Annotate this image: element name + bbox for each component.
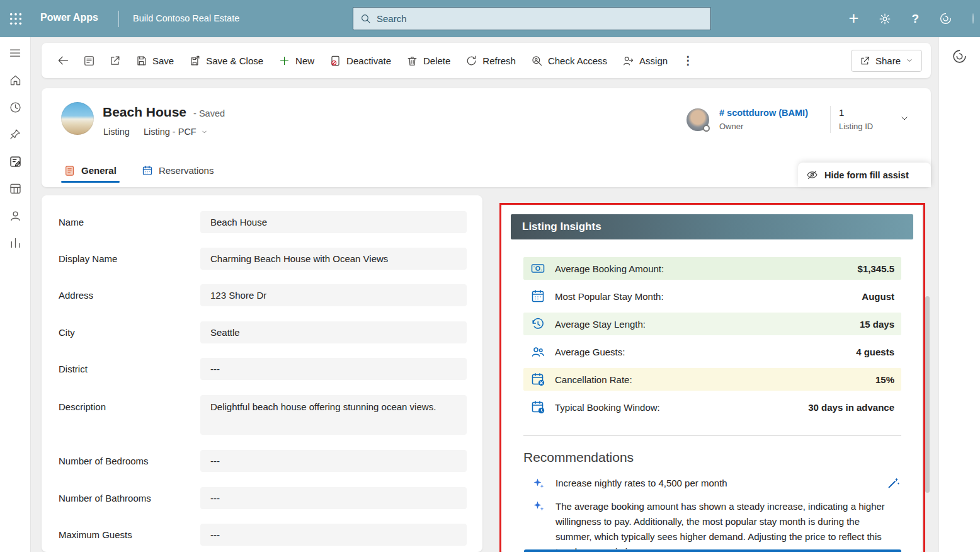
search-input[interactable] [377, 13, 704, 24]
check-access-button[interactable]: Check Access [524, 49, 614, 72]
insights-header: Listing Insights [511, 214, 913, 239]
assign-button[interactable]: Assign [615, 49, 675, 72]
form-selector[interactable]: Listing - PCF [144, 127, 208, 137]
header-divider [830, 106, 831, 133]
money-icon [530, 261, 545, 276]
metric-row-popular-month: Most Popular Stay Month: August [523, 285, 901, 308]
copilot-icon[interactable] [939, 12, 952, 25]
chevron-down-icon [201, 129, 208, 135]
tab-general[interactable]: General [64, 154, 117, 187]
deactivate-icon [329, 55, 341, 67]
deactivate-button[interactable]: Deactivate [322, 49, 398, 72]
display-name-label: Display Name [59, 253, 200, 264]
save-button[interactable]: Save [128, 49, 181, 72]
new-button[interactable]: New [271, 49, 321, 72]
metric-row-cancellation: Cancellation Rate: 15% [523, 368, 901, 391]
address-label: Address [59, 290, 200, 301]
app-launcher-waffle-icon[interactable] [0, 0, 31, 37]
gear-icon[interactable] [879, 13, 891, 25]
sparkle-icon [532, 477, 545, 490]
listing-id-label: Listing ID [839, 122, 873, 131]
global-search[interactable] [353, 7, 711, 30]
record-image[interactable] [61, 102, 94, 135]
check-access-icon [531, 55, 543, 67]
home-icon[interactable] [6, 73, 25, 87]
app-title[interactable]: Power Apps [40, 12, 98, 23]
topbar-actions: + ? [849, 0, 974, 37]
command-bar: Save Save & Close New Deactivate Delete … [42, 43, 931, 78]
entity-name: Listing [103, 127, 130, 137]
bedrooms-label: Number of Bedrooms [59, 456, 200, 466]
metric-row-avg-guests: Average Guests: 4 guests [523, 340, 901, 363]
back-button[interactable] [50, 49, 76, 72]
tab-reservations[interactable]: Reservations [142, 154, 214, 187]
top-bar: Power Apps Build Contoso Real Estate + ? [0, 0, 980, 37]
open-in-new-window-button[interactable] [103, 49, 127, 72]
users-icon[interactable] [6, 209, 25, 222]
help-icon[interactable]: ? [911, 12, 919, 26]
add-icon[interactable]: + [849, 10, 859, 27]
name-field[interactable]: Beach House [200, 211, 467, 233]
form-icon [83, 55, 95, 67]
chevron-down-icon [906, 57, 913, 64]
environment-name[interactable]: Build Contoso Real Estate [133, 13, 239, 23]
sparkle-icon [532, 500, 545, 512]
trash-icon [406, 55, 418, 67]
chart-icon[interactable] [6, 236, 25, 250]
people-icon [530, 344, 545, 359]
hide-form-fill-assist-button[interactable]: Hide form fill assist [798, 163, 931, 187]
district-field[interactable]: --- [200, 358, 467, 380]
magic-wand-icon[interactable] [886, 475, 901, 490]
general-form-icon [64, 165, 76, 176]
tables-icon[interactable] [6, 181, 25, 195]
search-icon [360, 13, 371, 24]
recent-clock-icon[interactable] [6, 100, 25, 114]
metric-row-avg-booking: Average Booking Amount: $1,345.5 [523, 257, 901, 280]
share-icon [860, 55, 870, 66]
new-plus-icon [278, 55, 290, 67]
owner-link[interactable]: # scottdurow (BAMI) [719, 108, 808, 118]
topbar-divider [118, 11, 119, 27]
calendar-cancel-icon [530, 372, 545, 387]
reservations-calendar-icon [142, 165, 153, 176]
copilot-pane-icon[interactable] [952, 49, 967, 64]
presence-badge [703, 125, 710, 132]
calendar-icon [530, 289, 545, 304]
calendar-clock-icon [530, 400, 545, 415]
show-form-button[interactable] [77, 49, 101, 72]
hamburger-menu-icon[interactable] [6, 46, 25, 60]
history-clock-icon [530, 316, 545, 331]
pin-icon[interactable] [6, 127, 25, 141]
save-close-icon [189, 55, 201, 67]
district-label: District [59, 364, 200, 374]
save-icon [135, 55, 147, 67]
address-field[interactable]: 123 Shore Dr [200, 284, 467, 306]
listing-id-value: 1 [839, 107, 844, 118]
save-and-close-button[interactable]: Save & Close [182, 49, 270, 72]
refresh-button[interactable]: Refresh [459, 49, 523, 72]
recommendation-item: Increase nightly rates to 4,500 per mont… [532, 475, 901, 490]
display-name-field[interactable]: Charming Beach House with Ocean Views [200, 248, 467, 270]
refresh-icon [465, 55, 477, 67]
max-guests-field[interactable]: --- [200, 524, 467, 546]
metric-row-stay-length: Average Stay Length: 15 days [523, 313, 901, 335]
header-expand-chevron-icon[interactable] [897, 111, 912, 126]
vertical-scrollbar[interactable] [925, 296, 930, 493]
bedrooms-field[interactable]: --- [200, 450, 467, 472]
city-field[interactable]: Seattle [200, 321, 467, 343]
more-commands-button[interactable]: ⋮ [676, 49, 700, 72]
listing-insights-panel: Listing Insights Average Booking Amount:… [501, 205, 922, 552]
delete-button[interactable]: Delete [399, 49, 457, 72]
recommendation-item: The average booking amount has shown a s… [532, 499, 901, 552]
record-title: Beach House [103, 105, 186, 120]
share-button[interactable]: Share [851, 50, 922, 72]
eye-off-sparkle-icon [806, 169, 818, 181]
bathrooms-label: Number of Bathrooms [59, 493, 200, 503]
form-designer-icon[interactable] [6, 154, 25, 168]
bathrooms-field[interactable]: --- [200, 487, 467, 509]
description-field[interactable]: Delightful beach house offering stunning… [200, 395, 467, 435]
metric-row-booking-window: Typical Booking Window: 30 days in advan… [523, 396, 901, 418]
user-avatar[interactable] [972, 14, 974, 23]
popout-icon [109, 55, 121, 67]
insights-divider [523, 435, 901, 436]
